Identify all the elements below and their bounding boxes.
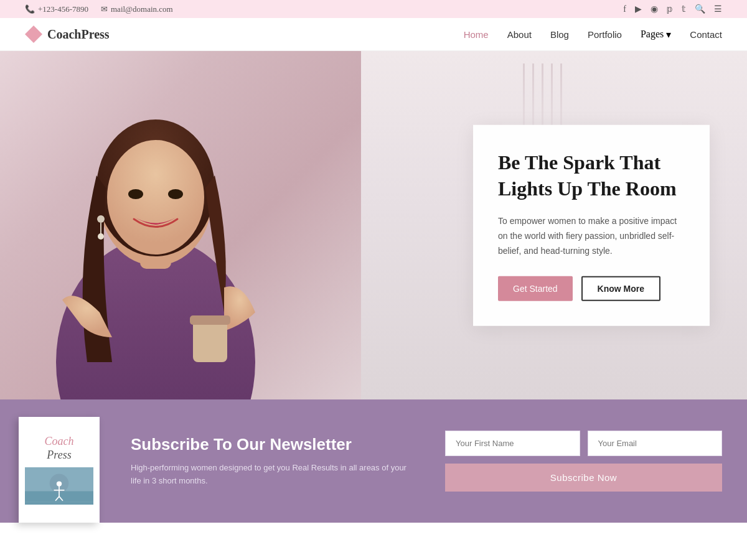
newsletter-text: Subscribe To Our Newsletter High-perform…: [131, 435, 408, 488]
welcome-section: Welcome To CoachPress My signature are l…: [0, 523, 747, 560]
logo-icon: [25, 26, 42, 43]
newsletter-form: Subscribe Now: [445, 431, 722, 492]
hero-title: Be The Spark That Lights Up The Room: [498, 150, 685, 202]
svg-rect-7: [193, 319, 227, 362]
newsletter-section: Coach Press Subscribe To Our Newsletter …: [0, 399, 747, 523]
hero-content-card: Be The Spark That Lights Up The Room To …: [473, 125, 710, 326]
facebook-icon[interactable]: f: [623, 4, 626, 14]
logo[interactable]: CoachPress: [25, 26, 110, 43]
nav-contact[interactable]: Contact: [690, 29, 722, 40]
nav-portfolio[interactable]: Portfolio: [588, 29, 622, 40]
hero-description: To empower women to make a positive impa…: [498, 214, 685, 258]
search-icon[interactable]: 🔍: [695, 4, 705, 14]
logo-text: CoachPress: [47, 27, 110, 42]
newsletter-title: Subscribe To Our Newsletter: [131, 435, 408, 454]
phone-number: +123-456-7890: [38, 4, 88, 14]
subscribe-button[interactable]: Subscribe Now: [445, 464, 722, 492]
email-address: mail@domain.com: [111, 4, 173, 14]
nav-pages[interactable]: Pages ▾: [641, 29, 671, 40]
phone-icon: 📞: [25, 4, 35, 14]
hero-image: [0, 51, 361, 399]
svg-point-11: [98, 233, 104, 240]
top-bar-left: 📞 +123-456-7890 ✉ mail@domain.com: [25, 4, 173, 14]
svg-rect-8: [190, 315, 230, 325]
svg-point-16: [57, 481, 62, 486]
main-nav: Home About Blog Portfolio Pages ▾ Contac…: [464, 29, 722, 40]
svg-point-9: [97, 215, 105, 223]
nav-blog[interactable]: Blog: [550, 29, 569, 40]
nav-about[interactable]: About: [507, 29, 532, 40]
header: CoachPress Home About Blog Portfolio Pag…: [0, 18, 747, 51]
newsletter-inputs: [445, 431, 722, 456]
get-started-button[interactable]: Get Started: [498, 276, 573, 301]
hero-section: Be The Spark That Lights Up The Room To …: [0, 51, 747, 399]
hero-woman-svg: [0, 51, 311, 399]
svg-point-5: [128, 189, 143, 199]
twitter-icon[interactable]: 𝕥: [682, 4, 686, 14]
social-icons: f ▶ ◉ 𝕡 𝕥 🔍 ☰: [623, 4, 722, 14]
svg-point-4: [107, 140, 204, 254]
book-scene-svg: [25, 467, 93, 505]
book-title-2: Press: [47, 449, 71, 462]
nav-home[interactable]: Home: [464, 29, 489, 40]
instagram-icon[interactable]: ◉: [651, 4, 658, 14]
know-more-button[interactable]: Know More: [581, 276, 660, 301]
chevron-down-icon: ▾: [666, 29, 671, 40]
email-info: ✉ mail@domain.com: [101, 4, 173, 14]
book-title-1: Coach: [45, 435, 74, 449]
email-input[interactable]: [588, 431, 723, 456]
youtube-icon[interactable]: ▶: [635, 4, 642, 14]
menu-icon[interactable]: ☰: [714, 4, 722, 14]
book-mockup: Coach Press: [19, 417, 100, 523]
newsletter-description: High-performing women designed to get yo…: [131, 462, 408, 488]
hero-buttons: Get Started Know More: [498, 276, 685, 301]
email-icon: ✉: [101, 4, 108, 14]
svg-point-6: [168, 189, 183, 199]
phone-info: 📞 +123-456-7890: [25, 4, 88, 14]
book-image: [25, 467, 93, 505]
first-name-input[interactable]: [445, 431, 580, 456]
pinterest-icon[interactable]: 𝕡: [667, 4, 673, 14]
top-bar: 📞 +123-456-7890 ✉ mail@domain.com f ▶ ◉ …: [0, 0, 747, 18]
